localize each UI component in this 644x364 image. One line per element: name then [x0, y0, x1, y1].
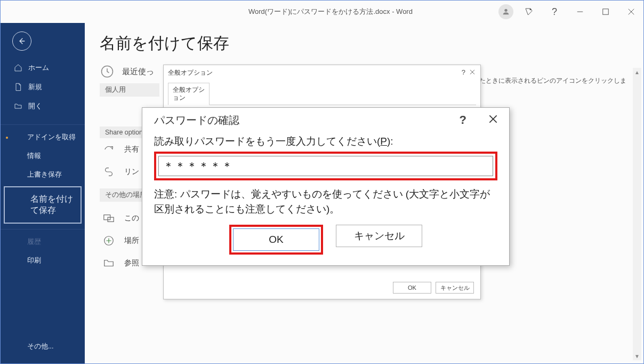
coming-soon-icon[interactable] — [519, 1, 539, 23]
sidebar-label: 上書き保存 — [27, 170, 62, 179]
password-input-highlight — [154, 152, 497, 180]
scroll-down-icon[interactable]: ▼ — [633, 352, 641, 360]
password-input[interactable] — [158, 156, 493, 176]
app-window: Word(ワード)にパスワードをかける方法.docx - Word ? — [0, 0, 644, 364]
cancel-button[interactable]: キャンセル — [336, 225, 422, 247]
maximize-button[interactable] — [595, 1, 616, 23]
password-confirm-dialog: パスワードの確認 ? 読み取りパスワードをもう一度入力してください(P): 注意… — [142, 107, 510, 266]
sidebar-item-other[interactable]: その他... — [1, 337, 85, 356]
sidebar-label: ホーム — [28, 63, 49, 73]
sidebar-item-save[interactable]: 上書き保存 — [1, 165, 85, 184]
dlg-pass-label: 読み取りパスワードをもう一度入力してください(P): — [154, 134, 497, 148]
title-bar: Word(ワード)にパスワードをかける方法.docx - Word ? — [1, 1, 643, 23]
sidebar-label: その他... — [27, 342, 53, 351]
ok-button-highlight: OK — [229, 225, 323, 255]
sidebar-item-info[interactable]: 情報 — [1, 147, 85, 165]
dlg-general-tab[interactable]: 全般オプション — [168, 83, 210, 105]
dlg-pass-close-icon[interactable] — [488, 114, 498, 127]
clock-icon — [100, 64, 115, 79]
sidebar-label: 履歴 — [27, 238, 41, 247]
sidebar-label: アドインを取得 — [27, 133, 76, 142]
dlg-general-ok-button[interactable]: OK — [393, 282, 431, 294]
sidebar-item-new[interactable]: 新規 — [1, 77, 85, 97]
sidebar-label: 新規 — [28, 82, 42, 92]
share-icon — [101, 143, 117, 156]
this-pc-icon — [101, 211, 117, 225]
hint-text: せたときに表示されるピンのアイコンをクリックしま — [473, 76, 626, 85]
scroll-up-icon[interactable]: ▲ — [633, 68, 641, 76]
dlg-general-cancel-button[interactable]: キャンセル — [436, 282, 474, 294]
new-doc-icon — [13, 82, 23, 92]
dlg-pass-help-icon[interactable]: ? — [460, 113, 466, 127]
back-button[interactable] — [12, 31, 31, 51]
help-icon[interactable]: ? — [544, 1, 565, 23]
loc-label: 参照 — [124, 258, 139, 268]
svg-rect-3 — [603, 9, 609, 15]
sidebar-label: 情報 — [27, 152, 41, 161]
sidebar-item-open[interactable]: 開く — [1, 97, 85, 116]
open-folder-icon — [13, 101, 23, 111]
browse-folder-icon — [101, 256, 117, 270]
sidebar-item-save-as[interactable]: 名前を付けて保存 — [4, 186, 82, 224]
sidebar-item-print[interactable]: 印刷 — [1, 251, 85, 270]
dlg-general-title: 全般オプション — [168, 68, 213, 77]
recent-label: 最近使っ — [122, 67, 154, 77]
document-title: Word(ワード)にパスワードをかける方法.docx - Word — [248, 7, 413, 17]
sidebar-label: 印刷 — [27, 256, 41, 265]
dlg-general-close-icon[interactable] — [469, 68, 476, 77]
ok-button[interactable]: OK — [233, 228, 319, 251]
page-title: 名前を付けて保存 — [100, 33, 629, 54]
link-icon — [101, 165, 117, 179]
section-personal: 個人用 — [100, 83, 159, 97]
sidebar-item-history[interactable]: 履歴 — [1, 233, 85, 251]
dlg-pass-title: パスワードの確認 — [154, 113, 239, 128]
vertical-scrollbar[interactable]: ▲ ▼ — [633, 68, 641, 360]
backstage-sidebar: ホーム 新規 開く アドインを取得 情報 上書き保存 名前を付けて保存 履歴 印… — [1, 23, 85, 363]
dlg-general-help-icon[interactable]: ? — [462, 68, 465, 77]
svg-point-0 — [504, 9, 507, 12]
close-button[interactable] — [621, 1, 641, 23]
sidebar-label: 名前を付けて保存 — [30, 194, 73, 215]
svg-point-1 — [530, 9, 532, 10]
add-place-icon — [101, 234, 117, 248]
dlg-pass-note: 注意: パスワードは、覚えやすいものを使ってください (大文字と小文字が区別され… — [154, 187, 497, 216]
sidebar-label: 開く — [28, 101, 42, 111]
loc-label: この — [124, 213, 139, 223]
minimize-button[interactable] — [570, 1, 590, 23]
sidebar-item-home[interactable]: ホーム — [1, 58, 85, 77]
sidebar-item-get-addins[interactable]: アドインを取得 — [1, 128, 85, 147]
account-avatar-icon[interactable] — [498, 4, 513, 19]
loc-label: 共有 — [124, 145, 139, 154]
home-icon — [13, 63, 23, 73]
loc-label: リン — [124, 167, 139, 177]
loc-label: 場所 — [124, 236, 139, 246]
